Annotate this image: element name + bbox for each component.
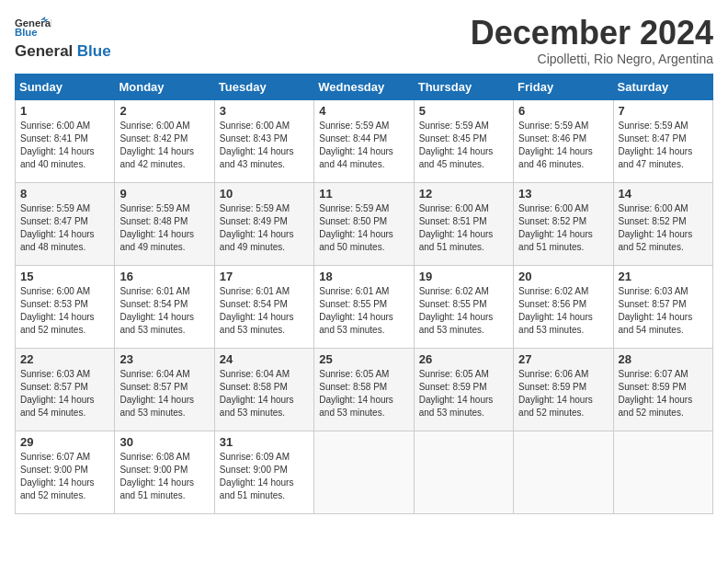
weekday-header-wednesday: Wednesday	[314, 74, 414, 99]
day-number: 10	[220, 187, 309, 201]
day-number: 13	[518, 187, 608, 201]
day-info: Sunrise: 6:00 AM Sunset: 8:43 PM Dayligh…	[220, 120, 309, 171]
day-info: Sunrise: 6:04 AM Sunset: 8:57 PM Dayligh…	[119, 368, 209, 419]
day-info: Sunrise: 6:01 AM Sunset: 8:54 PM Dayligh…	[220, 285, 309, 337]
day-info: Sunrise: 6:02 AM Sunset: 8:56 PM Dayligh…	[518, 285, 608, 337]
logo: General Blue General Blue	[15, 15, 111, 61]
day-info: Sunrise: 6:05 AM Sunset: 8:59 PM Dayligh…	[419, 368, 508, 419]
calendar-cell: 23Sunrise: 6:04 AM Sunset: 8:57 PM Dayli…	[115, 348, 214, 431]
calendar-cell: 25Sunrise: 6:05 AM Sunset: 8:58 PM Dayli…	[314, 348, 414, 431]
day-number: 8	[20, 187, 109, 201]
day-info: Sunrise: 6:00 AM Sunset: 8:41 PM Dayligh…	[20, 120, 109, 171]
weekday-header-saturday: Saturday	[613, 74, 712, 99]
day-info: Sunrise: 5:59 AM Sunset: 8:50 PM Dayligh…	[319, 202, 408, 254]
calendar-cell	[613, 431, 712, 513]
day-number: 20	[518, 270, 608, 283]
day-number: 26	[419, 352, 508, 366]
calendar-cell: 13Sunrise: 6:00 AM Sunset: 8:52 PM Dayli…	[514, 182, 613, 265]
day-number: 22	[20, 352, 109, 366]
day-number: 27	[518, 352, 608, 366]
day-number: 2	[119, 104, 209, 118]
calendar-cell: 4Sunrise: 5:59 AM Sunset: 8:44 PM Daylig…	[314, 99, 414, 182]
calendar-cell: 1Sunrise: 6:00 AM Sunset: 8:41 PM Daylig…	[16, 99, 115, 182]
calendar-cell: 12Sunrise: 6:00 AM Sunset: 8:51 PM Dayli…	[414, 182, 513, 265]
calendar-cell: 18Sunrise: 6:01 AM Sunset: 8:55 PM Dayli…	[314, 265, 414, 348]
day-number: 5	[419, 104, 508, 118]
title-block: December 2024 Cipolletti, Rio Negro, Arg…	[471, 15, 713, 66]
day-number: 9	[119, 187, 209, 201]
calendar-cell: 11Sunrise: 5:59 AM Sunset: 8:50 PM Dayli…	[314, 182, 414, 265]
day-info: Sunrise: 5:59 AM Sunset: 8:47 PM Dayligh…	[619, 120, 708, 171]
day-number: 4	[319, 104, 408, 118]
month-title: December 2024	[471, 15, 713, 52]
day-number: 3	[220, 104, 309, 118]
day-number: 19	[419, 270, 508, 283]
day-number: 23	[119, 352, 209, 366]
weekday-header-thursday: Thursday	[414, 74, 513, 99]
weekday-header-tuesday: Tuesday	[214, 74, 313, 99]
calendar-cell: 17Sunrise: 6:01 AM Sunset: 8:54 PM Dayli…	[214, 265, 313, 348]
day-info: Sunrise: 5:59 AM Sunset: 8:48 PM Dayligh…	[119, 202, 209, 254]
calendar-cell: 8Sunrise: 5:59 AM Sunset: 8:47 PM Daylig…	[16, 182, 115, 265]
day-info: Sunrise: 6:00 AM Sunset: 8:42 PM Dayligh…	[119, 120, 209, 171]
day-number: 1	[20, 104, 109, 118]
calendar-cell: 31Sunrise: 6:09 AM Sunset: 9:00 PM Dayli…	[214, 431, 313, 513]
day-number: 24	[220, 352, 309, 366]
calendar-cell: 9Sunrise: 5:59 AM Sunset: 8:48 PM Daylig…	[115, 182, 214, 265]
calendar-cell: 6Sunrise: 5:59 AM Sunset: 8:46 PM Daylig…	[514, 99, 613, 182]
calendar-cell: 28Sunrise: 6:07 AM Sunset: 8:59 PM Dayli…	[613, 348, 712, 431]
day-info: Sunrise: 6:00 AM Sunset: 8:52 PM Dayligh…	[518, 202, 608, 254]
day-info: Sunrise: 6:05 AM Sunset: 8:58 PM Dayligh…	[319, 368, 408, 419]
day-info: Sunrise: 5:59 AM Sunset: 8:47 PM Dayligh…	[20, 202, 109, 254]
logo-icon: General Blue	[15, 15, 51, 40]
day-number: 16	[119, 270, 209, 283]
svg-text:Blue: Blue	[15, 27, 38, 38]
calendar-cell: 5Sunrise: 5:59 AM Sunset: 8:45 PM Daylig…	[414, 99, 513, 182]
calendar-cell: 2Sunrise: 6:00 AM Sunset: 8:42 PM Daylig…	[115, 99, 214, 182]
logo-general: General	[15, 42, 73, 60]
day-info: Sunrise: 6:06 AM Sunset: 8:59 PM Dayligh…	[518, 368, 608, 419]
day-info: Sunrise: 6:00 AM Sunset: 8:51 PM Dayligh…	[419, 202, 508, 254]
location-subtitle: Cipolletti, Rio Negro, Argentina	[471, 52, 713, 66]
day-info: Sunrise: 6:04 AM Sunset: 8:58 PM Dayligh…	[220, 368, 309, 419]
day-number: 31	[220, 435, 309, 449]
calendar-cell: 24Sunrise: 6:04 AM Sunset: 8:58 PM Dayli…	[214, 348, 313, 431]
day-number: 7	[619, 104, 708, 118]
day-info: Sunrise: 6:03 AM Sunset: 8:57 PM Dayligh…	[20, 368, 109, 419]
day-number: 17	[220, 270, 309, 283]
calendar-cell: 26Sunrise: 6:05 AM Sunset: 8:59 PM Dayli…	[414, 348, 513, 431]
calendar-cell	[514, 431, 613, 513]
day-info: Sunrise: 6:07 AM Sunset: 9:00 PM Dayligh…	[20, 451, 109, 502]
calendar-table: SundayMondayTuesdayWednesdayThursdayFrid…	[15, 74, 713, 514]
calendar-cell: 21Sunrise: 6:03 AM Sunset: 8:57 PM Dayli…	[613, 265, 712, 348]
day-number: 29	[20, 435, 109, 449]
calendar-cell: 3Sunrise: 6:00 AM Sunset: 8:43 PM Daylig…	[214, 99, 313, 182]
calendar-cell: 22Sunrise: 6:03 AM Sunset: 8:57 PM Dayli…	[16, 348, 115, 431]
day-info: Sunrise: 6:02 AM Sunset: 8:55 PM Dayligh…	[419, 285, 508, 337]
day-number: 6	[518, 104, 608, 118]
calendar-cell: 10Sunrise: 5:59 AM Sunset: 8:49 PM Dayli…	[214, 182, 313, 265]
day-info: Sunrise: 6:07 AM Sunset: 8:59 PM Dayligh…	[619, 368, 708, 419]
day-info: Sunrise: 6:03 AM Sunset: 8:57 PM Dayligh…	[619, 285, 708, 337]
day-info: Sunrise: 6:00 AM Sunset: 8:53 PM Dayligh…	[20, 285, 109, 337]
calendar-cell: 19Sunrise: 6:02 AM Sunset: 8:55 PM Dayli…	[414, 265, 513, 348]
day-info: Sunrise: 5:59 AM Sunset: 8:46 PM Dayligh…	[518, 120, 608, 171]
day-info: Sunrise: 5:59 AM Sunset: 8:45 PM Dayligh…	[419, 120, 508, 171]
calendar-cell: 29Sunrise: 6:07 AM Sunset: 9:00 PM Dayli…	[16, 431, 115, 513]
calendar-cell	[314, 431, 414, 513]
calendar-cell: 15Sunrise: 6:00 AM Sunset: 8:53 PM Dayli…	[16, 265, 115, 348]
day-info: Sunrise: 6:01 AM Sunset: 8:54 PM Dayligh…	[119, 285, 209, 337]
day-info: Sunrise: 5:59 AM Sunset: 8:44 PM Dayligh…	[319, 120, 408, 171]
day-number: 11	[319, 187, 408, 201]
calendar-cell: 7Sunrise: 5:59 AM Sunset: 8:47 PM Daylig…	[613, 99, 712, 182]
calendar-cell: 20Sunrise: 6:02 AM Sunset: 8:56 PM Dayli…	[514, 265, 613, 348]
day-info: Sunrise: 6:01 AM Sunset: 8:55 PM Dayligh…	[319, 285, 408, 337]
day-info: Sunrise: 6:08 AM Sunset: 9:00 PM Dayligh…	[119, 451, 209, 502]
day-number: 21	[619, 270, 708, 283]
weekday-header-sunday: Sunday	[16, 74, 115, 99]
day-number: 15	[20, 270, 109, 283]
day-number: 18	[319, 270, 408, 283]
day-number: 28	[619, 352, 708, 366]
calendar-cell: 16Sunrise: 6:01 AM Sunset: 8:54 PM Dayli…	[115, 265, 214, 348]
day-info: Sunrise: 5:59 AM Sunset: 8:49 PM Dayligh…	[220, 202, 309, 254]
